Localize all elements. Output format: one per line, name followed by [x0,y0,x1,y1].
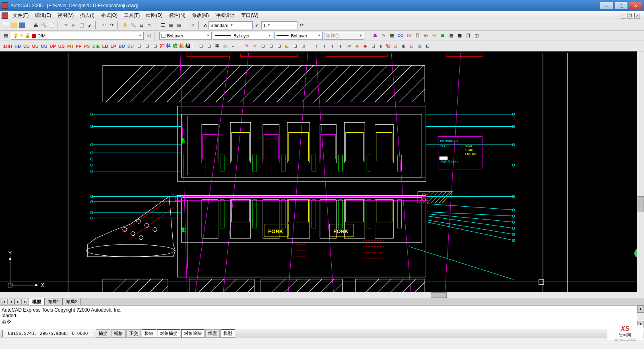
menu-edit[interactable]: 编辑(E) [32,11,54,20]
tool-r3-e[interactable]: ↔ [229,43,237,50]
btn-zu[interactable]: 组 [185,42,191,50]
publish-icon[interactable]: 📄 [48,22,56,29]
toggle-osnap[interactable]: 对象捕捉 [157,329,180,338]
btn-lb[interactable]: LB [101,43,109,49]
tool-r4-6[interactable]: ◆ [353,43,361,50]
btn-zai[interactable]: 载 [179,42,184,50]
ext-tool-10-icon[interactable]: ▦ [448,32,455,39]
zoom-win-icon[interactable]: ⊡ [138,22,145,29]
btn-die[interactable]: DIE [91,43,100,49]
scrollbar-thumb[interactable] [431,292,447,298]
toggle-otrack[interactable]: 对象追踪 [181,329,204,338]
close-button[interactable]: ✕ [629,2,642,10]
layer-manager-icon[interactable]: ▤ [2,32,10,39]
tool-r4-12[interactable]: ⊡ [408,43,415,50]
scrollbar-thumb[interactable] [638,196,644,212]
menu-view[interactable]: 视图(V) [54,11,77,20]
paste-icon[interactable]: 📋 [78,22,85,29]
tool-r3-l[interactable]: ⊡ [291,43,299,50]
btn-cu[interactable]: CU [40,43,48,49]
ext-tool-6-icon[interactable]: 目 [414,32,421,39]
menu-insert[interactable]: 插入(I) [77,11,97,20]
ext-tool-11-icon[interactable]: ▦ [456,32,463,39]
tool-r3-g[interactable]: ✐ [251,43,258,50]
linetype-dropdown[interactable]: ByLayer ▼ [213,32,273,40]
preview-icon[interactable]: 🔍 [40,22,47,29]
ext-tool-co-icon[interactable]: CO [397,32,404,39]
tool-r3-f[interactable]: ✎ [243,43,250,50]
doc-minimize-button[interactable]: − [621,13,626,18]
btn-bu2[interactable]: BU [126,43,134,49]
horizontal-scrollbar[interactable] [0,292,637,298]
cut-icon[interactable]: ✂ [62,22,69,29]
btn-ps[interactable]: PS [83,43,91,49]
tool-r3-d[interactable]: 88 [221,43,229,50]
undo-icon[interactable]: ↶ [100,22,107,29]
plotcolor-dropdown[interactable]: 随颜色 ▼ [324,32,364,40]
menu-window[interactable]: 窗口(W) [238,11,262,20]
tool-r4-7[interactable]: ◆ [361,43,369,50]
tool-r4-10[interactable]: ⊡ [392,43,399,50]
ext-tool-2-icon[interactable]: ✎ [380,32,387,39]
btn-cheng[interactable]: 成 [172,42,178,50]
tool-r4-5[interactable]: IP [345,43,353,50]
layer-prev-icon[interactable]: ◁ [145,32,152,39]
tool-extra-3[interactable]: ⊡ [151,43,159,50]
tab-first-button[interactable]: |◂ [0,299,7,304]
match-icon[interactable]: 🖌 [86,22,93,29]
doc-restore-button[interactable]: ❐ [627,13,633,18]
tool-r3-h[interactable]: ⊡ [259,43,266,50]
zoom-rt-icon[interactable]: 🔍 [130,22,137,29]
ext-tool-1-icon[interactable]: ☗ [372,32,379,39]
tool-r4-11[interactable]: ⊞ [400,43,407,50]
tab-last-button[interactable]: ▸| [22,299,29,304]
btn-uu1[interactable]: UU [23,43,31,49]
pan-icon[interactable]: ✋ [122,22,129,29]
print-icon[interactable]: 🖶 [32,22,39,29]
toggle-grid[interactable]: 栅格 [111,329,126,338]
properties-icon[interactable]: ☷ [159,22,167,29]
menu-file[interactable]: 文件(F) [10,11,32,20]
tool-r3-a[interactable]: ⊞ [197,43,204,50]
btn-pp[interactable]: PP [75,43,83,49]
btn-liao[interactable]: 料 [166,42,171,50]
help-icon[interactable]: ? [189,22,196,29]
tool-r4-3[interactable]: ⫿ [329,43,336,50]
tab-next-button[interactable]: ▸ [14,299,22,304]
linecolor-dropdown[interactable]: ByLayer ▼ [159,32,212,40]
btn-bu1[interactable]: BU [118,43,126,49]
toggle-model[interactable]: 模型 [221,329,235,338]
ext-tool-13-icon[interactable]: ◫ [473,32,480,39]
btn-zhou[interactable]: 轴 [386,42,391,50]
toggle-lwt[interactable]: 线宽 [205,329,220,338]
btn-hd[interactable]: HD [14,43,22,49]
toggle-polar[interactable]: 极轴 [142,329,156,338]
btn-1hh[interactable]: 1HH [2,43,13,49]
scroll-up-icon[interactable]: ▲ [637,306,644,313]
design-center-icon[interactable]: ▦ [167,22,175,29]
tool-r3-b[interactable]: ⊡ [205,43,213,50]
btn-lp[interactable]: LP [109,43,117,49]
tool-r3-j[interactable]: ⊡ [275,43,283,50]
new-icon[interactable] [2,22,10,29]
tab-layout1[interactable]: 布局1 [44,298,63,305]
minimize-button[interactable]: — [600,2,613,10]
lineweight-dropdown[interactable]: ByLayer ▼ [275,32,323,40]
tool-r4-13[interactable]: ▨ [416,43,423,50]
menu-modify[interactable]: 修改(M) [189,11,212,20]
btn-ub[interactable]: UB [58,43,66,49]
zoom-prev-icon[interactable]: ⟲ [146,22,153,29]
tool-r4-2[interactable]: ⫿ [321,43,328,50]
menu-dimension[interactable]: 标注(N) [166,11,189,20]
dim-style-dropdown[interactable]: 1 ▼ [261,21,297,29]
maximize-button[interactable]: ▢ [614,2,628,10]
tool-extra-1[interactable]: ⊟ [135,43,142,50]
doc-close-button[interactable]: × [634,13,640,18]
tab-layout2[interactable]: 布局2 [62,298,81,305]
tool-palette-icon[interactable]: ▤ [175,22,183,29]
menu-chongmo[interactable]: 冲模设计 [212,11,238,20]
dim-update-icon[interactable]: ⟳ [298,22,305,29]
tool-r3-m[interactable]: ⊞ [299,43,307,50]
ext-tool-5-icon[interactable]: ☒ [405,32,413,39]
tool-extra-2[interactable]: ⊞ [143,43,151,50]
